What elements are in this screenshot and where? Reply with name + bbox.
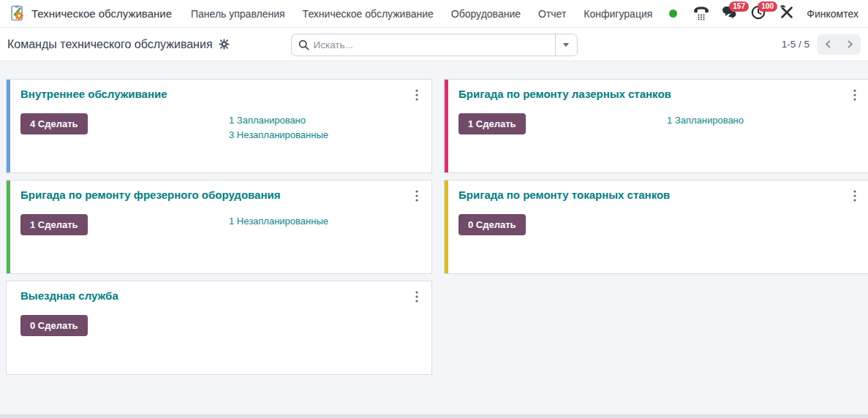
control-panel: Команды технического обслуживания [0,28,868,61]
card-header: Внутреннее обслуживание [20,88,421,102]
search-dropdown-toggle[interactable] [555,34,577,56]
menu-item-2[interactable]: Оборудование [442,1,529,26]
card-link[interactable]: 3 Незапланированные [229,128,421,142]
kanban-card[interactable]: Бригада по ремонту фрезерного оборудован… [6,180,432,274]
card-body: 1 Сделать 1 Незапланированные [20,214,421,235]
page-title: Команды технического обслуживания [7,38,213,51]
app-name[interactable]: Техническое обслуживание [31,7,172,20]
card-links: 1 Незапланированные [229,214,421,229]
kanban-view: Внутреннее обслуживание 4 Сделать 1 Запл… [0,61,868,375]
maintenance-app-icon[interactable] [9,4,27,23]
card-link[interactable]: 1 Запланировано [667,113,859,128]
kanban-card[interactable]: Выездная служба 0 Сделать [6,281,432,375]
kanban-card[interactable]: Внутреннее обслуживание 4 Сделать 1 Запл… [6,79,432,173]
card-header: Бригада по ремонту фрезерного оборудован… [20,189,421,203]
gear-icon[interactable] [219,39,230,50]
search-input[interactable] [309,39,555,50]
presence-status[interactable] [661,3,684,25]
card-links: 1 Запланировано [667,113,859,128]
top-navbar: Техническое обслуживание Панель управлен… [0,0,868,28]
green-dot-icon [669,10,677,18]
kanban-card[interactable]: Бригада по ремонту токарных станков 0 Сд… [444,180,868,274]
card-accent-bar [7,180,10,273]
messages-button[interactable]: 157 [718,3,741,25]
menu-item-1[interactable]: Техническое обслуживание [294,1,442,26]
phone-icon [692,4,710,23]
card-accent-bar [445,180,448,273]
kebab-menu-icon[interactable] [850,88,859,102]
tools-button[interactable] [775,3,799,25]
activities-count-badge: 100 [758,1,777,12]
todo-button[interactable]: 4 Сделать [20,113,88,134]
todo-button[interactable]: 0 Сделать [458,214,526,235]
card-body: 0 Сделать [458,214,859,235]
card-body: 0 Сделать [20,315,421,336]
card-header: Бригада по ремонту токарных станков [458,189,859,203]
kebab-menu-icon[interactable] [412,189,421,203]
card-title[interactable]: Бригада по ремонту токарных станков [458,189,670,201]
card-accent-bar [7,80,10,172]
messages-count-badge: 157 [729,1,749,12]
crossed-tools-icon [779,4,795,23]
menu-item-4[interactable]: Конфигурация [575,1,661,26]
menu-item-0[interactable]: Панель управления [182,1,294,26]
kebab-menu-icon[interactable] [412,88,421,102]
card-header: Выездная служба [20,289,421,304]
pager-previous-button[interactable] [817,34,839,55]
search-bar [291,34,578,56]
todo-button[interactable]: 1 Сделать [458,113,526,134]
company-name[interactable]: Финкомтех [807,8,858,20]
card-accent-bar [445,80,448,172]
pager-next-button[interactable] [839,34,861,55]
main-menu: Панель управленияТехническое обслуживани… [182,1,661,26]
horizontal-scrollbar[interactable] [0,414,868,418]
card-links: 1 Запланировано3 Незапланированные [229,113,421,142]
voip-button[interactable] [690,3,713,25]
menu-item-3[interactable]: Отчет [529,1,575,26]
todo-button[interactable]: 0 Сделать [20,315,88,336]
card-link[interactable]: 1 Незапланированные [229,214,421,229]
activities-button[interactable]: 100 [747,3,770,25]
kebab-menu-icon[interactable] [412,289,421,304]
card-link[interactable]: 1 Запланировано [229,113,421,128]
card-title[interactable]: Внутреннее обслуживание [20,88,167,100]
caret-down-icon [563,43,569,47]
card-title[interactable]: Бригада по ремонту фрезерного оборудован… [20,189,280,201]
card-body: 4 Сделать 1 Запланировано3 Незапланирова… [20,113,421,142]
card-header: Бригада по ремонту лазерных станков [458,88,859,102]
systray: 157 100 Финкомтех A [661,3,868,25]
search-icon [298,39,309,50]
card-title[interactable]: Выездная служба [20,289,118,302]
pager-range: 1-5 / 5 [782,39,809,50]
pager: 1-5 / 5 [782,34,861,55]
todo-button[interactable]: 1 Сделать [20,214,88,235]
card-body: 1 Сделать 1 Запланировано [458,113,859,134]
kanban-card[interactable]: Бригада по ремонту лазерных станков 1 Сд… [444,79,868,173]
kebab-menu-icon[interactable] [850,189,859,203]
card-title[interactable]: Бригада по ремонту лазерных станков [458,88,671,100]
